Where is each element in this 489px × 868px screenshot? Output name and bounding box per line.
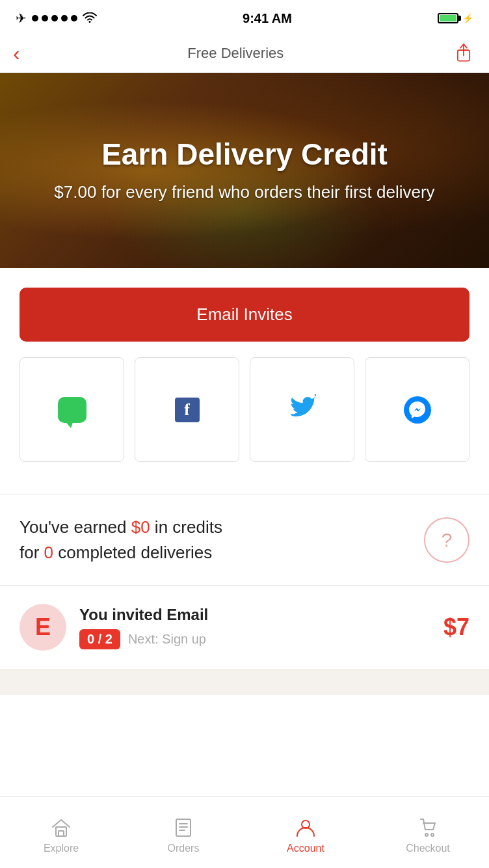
nav-bar: ‹ Free Deliveries — [0, 34, 489, 73]
facebook-icon: f — [175, 398, 200, 422]
tab-orders[interactable]: Orders — [122, 811, 244, 854]
invite-info: You invited Email 0 / 2 Next: Sign up — [79, 606, 443, 649]
invite-title: You invited Email — [79, 606, 443, 624]
help-icon: ? — [442, 529, 453, 551]
status-time: 9:41 AM — [243, 11, 292, 26]
credits-text-after2: completed deliveries — [53, 543, 212, 562]
hero-banner: Earn Delivery Credit $7.00 for every fri… — [0, 73, 489, 268]
invite-avatar: E — [20, 604, 66, 651]
nav-title: Free Deliveries — [187, 45, 284, 62]
hero-title: Earn Delivery Credit — [101, 137, 388, 172]
airplane-icon: ✈ — [16, 10, 27, 26]
battery-fill — [440, 15, 456, 21]
tab-bar: Explore Orders Account Checkout — [0, 796, 489, 868]
tab-checkout[interactable]: Checkout — [367, 811, 489, 854]
credits-section: You've earned $0 in credits for 0 comple… — [0, 515, 489, 585]
messenger-button[interactable] — [365, 357, 469, 462]
battery-container — [438, 13, 458, 23]
status-right: ⚡ — [438, 13, 473, 23]
status-bar: ✈ 9:41 AM ⚡ — [0, 0, 489, 34]
svg-point-5 — [425, 834, 428, 836]
gray-separator — [0, 669, 489, 695]
share-button[interactable] — [451, 41, 476, 66]
twitter-icon — [289, 394, 316, 425]
share-icon — [454, 44, 473, 63]
tab-account[interactable]: Account — [244, 811, 367, 854]
bolt-icon: ⚡ — [462, 13, 473, 23]
svg-rect-2 — [59, 831, 64, 836]
tab-explore-label: Explore — [44, 843, 79, 854]
tab-bar-spacer — [0, 695, 489, 766]
svg-point-6 — [431, 834, 434, 836]
facebook-button[interactable]: f — [135, 357, 239, 462]
tab-account-label: Account — [287, 843, 324, 854]
twitter-button[interactable] — [250, 357, 354, 462]
tab-explore[interactable]: Explore — [0, 811, 122, 854]
credits-count: 0 — [44, 543, 53, 562]
main-content: Email Invites f — [0, 268, 489, 475]
account-icon — [295, 817, 317, 839]
back-button[interactable]: ‹ — [13, 43, 20, 64]
tab-orders-label: Orders — [168, 843, 200, 854]
tab-checkout-label: Checkout — [406, 843, 450, 854]
battery-icon — [438, 13, 458, 23]
credits-amount: $0 — [131, 517, 150, 537]
sms-button[interactable] — [20, 357, 124, 462]
messenger-icon — [404, 396, 431, 424]
status-left: ✈ — [16, 10, 97, 26]
signal-dots — [32, 15, 77, 21]
credits-text-middle: in credits — [150, 517, 222, 537]
help-button[interactable]: ? — [424, 517, 469, 563]
wifi-icon — [83, 11, 97, 26]
email-invites-button[interactable]: Email Invites — [20, 288, 469, 342]
home-icon — [50, 817, 72, 839]
credits-text-before2: for — [20, 543, 44, 562]
invite-progress-row: 0 / 2 Next: Sign up — [79, 629, 443, 649]
divider-1 — [0, 495, 489, 495]
progress-badge: 0 / 2 — [79, 629, 120, 649]
invite-reward: $7 — [443, 614, 469, 641]
hero-subtitle: $7.00 for every friend who orders their … — [54, 180, 434, 204]
credits-text-before: You've earned — [20, 517, 131, 537]
social-buttons: f — [20, 357, 469, 462]
credits-text: You've earned $0 in credits for 0 comple… — [20, 515, 222, 565]
orders-icon — [172, 817, 194, 839]
sms-icon — [58, 397, 86, 423]
checkout-icon — [417, 817, 439, 839]
invite-next: Next: Sign up — [128, 632, 206, 647]
invite-item: E You invited Email 0 / 2 Next: Sign up … — [0, 586, 489, 669]
